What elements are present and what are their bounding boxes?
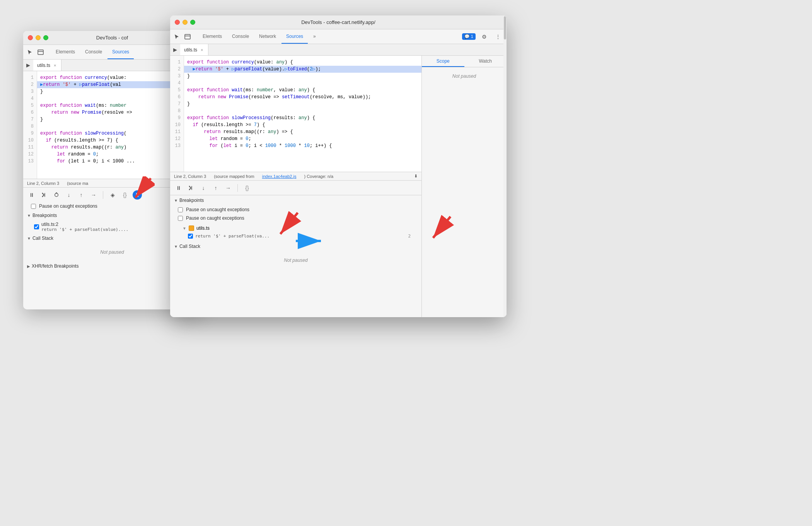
back-pause-btn[interactable]: ⏸ [27, 190, 36, 200]
front-bp-file-icon [189, 225, 194, 231]
front-tab-console[interactable]: Console [227, 29, 254, 44]
front-code-lines: export function currency(value: any) { ▶… [184, 56, 421, 172]
back-window-title: DevTools - cof [96, 35, 128, 41]
back-bp-file: utils.ts:2 [41, 222, 128, 227]
back-tab-console[interactable]: Console [80, 45, 107, 59]
front-scope-tabs: Scope Watch [422, 56, 507, 67]
front-bp-filename: utils.ts [196, 225, 210, 231]
front-file-tabs: ▶ utils.ts × [170, 44, 507, 56]
front-not-paused: Not paused [170, 251, 421, 269]
front-step-into-btn[interactable]: ↑ [211, 183, 220, 193]
back-toolbar-icons [26, 45, 44, 59]
back-tab-sources[interactable]: Sources [107, 45, 134, 59]
front-pause-btn[interactable]: ⏸ [174, 183, 183, 193]
back-status-position: Line 2, Column 3 [27, 181, 59, 186]
front-title-bar: DevTools - coffee-cart.netlify.app/ [170, 15, 507, 29]
red-arrow-1 [271, 209, 302, 241]
back-traffic-lights [28, 35, 48, 40]
front-play-icon[interactable]: ▶ [170, 44, 180, 55]
front-traffic-lights [175, 20, 195, 25]
front-tabs-right: 💬 1 ⚙ ⋮ [462, 29, 503, 44]
front-pause-uncaught-label: Pause on uncaught exceptions [186, 207, 249, 212]
front-pause-uncaught-checkbox[interactable] [178, 207, 183, 212]
back-step-into-btn[interactable]: ↓ [64, 190, 73, 200]
back-tab-elements[interactable]: Elements [51, 45, 80, 59]
back-cursor-icon[interactable] [26, 49, 33, 56]
back-dock-icon[interactable] [37, 49, 44, 56]
front-cursor-icon[interactable] [173, 33, 180, 40]
front-tab-network[interactable]: Network [254, 29, 281, 44]
back-minimize-button[interactable] [36, 35, 41, 40]
back-step-out-btn[interactable]: ↑ [77, 190, 86, 200]
back-line-numbers: 1 2 3 4 5 6 7 8 9 10 11 12 13 [23, 71, 37, 179]
front-status-bar: Line 2, Column 3 (source mapped from ind… [170, 172, 421, 180]
back-file-tab-label: utils.ts [37, 63, 50, 68]
front-close-button[interactable] [175, 20, 180, 25]
front-right-panel: Scope Watch Not paused [421, 56, 507, 317]
front-settings-btn[interactable]: ⚙ [479, 31, 490, 42]
back-breakpoints-label: Breakpoints [32, 213, 57, 218]
back-pause-caught-checkbox[interactable] [31, 204, 36, 209]
front-status-coverage: ) Coverage: n/a [304, 174, 333, 179]
back-bp-code: return '$' + parseFloat(value).... [41, 227, 128, 232]
front-status-source: (source mapped from [214, 174, 254, 179]
front-step-over-btn[interactable]: ↓ [199, 183, 208, 193]
front-file-tab-close[interactable]: × [200, 47, 204, 53]
red-arrow-back [128, 176, 155, 205]
front-code-area: 1 2 3 4 5 6 7 8 9 10 11 12 13 [170, 56, 421, 172]
svg-rect-0 [38, 50, 43, 55]
front-minimize-button[interactable] [183, 20, 188, 25]
back-bp-checkbox[interactable] [34, 224, 39, 229]
front-tabs-bar: Elements Console Network Sources » 💬 1 ⚙… [170, 29, 507, 44]
front-breakpoints-header[interactable]: ▼ Breakpoints [170, 195, 421, 205]
front-status-position: Line 2, Column 3 [174, 174, 206, 179]
back-play-icon[interactable]: ▶ [23, 60, 33, 71]
front-maximize-button[interactable] [190, 20, 195, 25]
front-bp-line-num: 2 [408, 234, 414, 239]
back-deactivate-btn[interactable]: ◈ [108, 190, 117, 200]
front-download-icon[interactable]: ⬇ [414, 174, 418, 179]
back-callstack-label: Call Stack [32, 236, 53, 241]
front-debug-toolbar: ⏸ ↓ ↑ → {} [170, 180, 421, 195]
front-dock-icon[interactable] [184, 33, 191, 40]
front-devtools-window: DevTools - coffee-cart.netlify.app/ Elem… [170, 15, 507, 317]
front-pause-caught-label: Pause on caught exceptions [186, 215, 244, 221]
front-window-title: DevTools - coffee-cart.netlify.app/ [301, 19, 375, 25]
back-pause-caught-label: Pause on caught exceptions [39, 203, 97, 209]
front-tab-sources[interactable]: Sources [281, 29, 308, 44]
back-status-right: (source ma [67, 181, 88, 186]
front-scope-tab[interactable]: Scope [422, 56, 464, 67]
front-breakpoints-label: Breakpoints [179, 198, 204, 203]
front-callstack-label: Call Stack [179, 244, 200, 249]
back-file-tab-close[interactable]: × [53, 63, 57, 68]
front-step-out-btn[interactable]: → [223, 183, 233, 193]
svg-rect-2 [185, 34, 190, 39]
front-format-btn[interactable]: {} [242, 183, 252, 193]
back-maximize-button[interactable] [43, 35, 48, 40]
back-step-over-btn[interactable] [52, 190, 61, 200]
front-tab-elements[interactable]: Elements [198, 29, 227, 44]
front-more-btn[interactable]: ⋮ [493, 31, 503, 42]
back-xhr-label: XHR/fetch Breakpoints [32, 263, 78, 269]
back-resume-btn[interactable] [39, 190, 49, 200]
front-status-link[interactable]: index.1ac4eab2.js [262, 174, 297, 179]
front-resume-btn[interactable] [186, 183, 196, 193]
front-bp-item-code: return '$' + parseFloat(va... [195, 234, 270, 239]
front-scope-not-paused: Not paused [422, 67, 507, 85]
front-chat-badge[interactable]: 💬 1 [462, 33, 476, 40]
front-pause-caught-checkbox[interactable] [178, 216, 183, 221]
front-toolbar-icons [173, 29, 191, 44]
front-file-tab-utils[interactable]: utils.ts × [180, 44, 208, 55]
front-line-numbers: 1 2 3 4 5 6 7 8 9 10 11 12 13 [170, 56, 184, 172]
front-bp-item-checkbox[interactable] [188, 234, 193, 239]
back-file-tab-utils[interactable]: utils.ts × [33, 60, 61, 71]
red-arrow-2 [423, 213, 454, 245]
front-tab-more[interactable]: » [309, 29, 321, 44]
front-watch-tab[interactable]: Watch [464, 56, 507, 67]
front-file-tab-label: utils.ts [184, 47, 197, 53]
back-close-button[interactable] [28, 35, 33, 40]
back-step-btn[interactable]: → [89, 190, 98, 200]
